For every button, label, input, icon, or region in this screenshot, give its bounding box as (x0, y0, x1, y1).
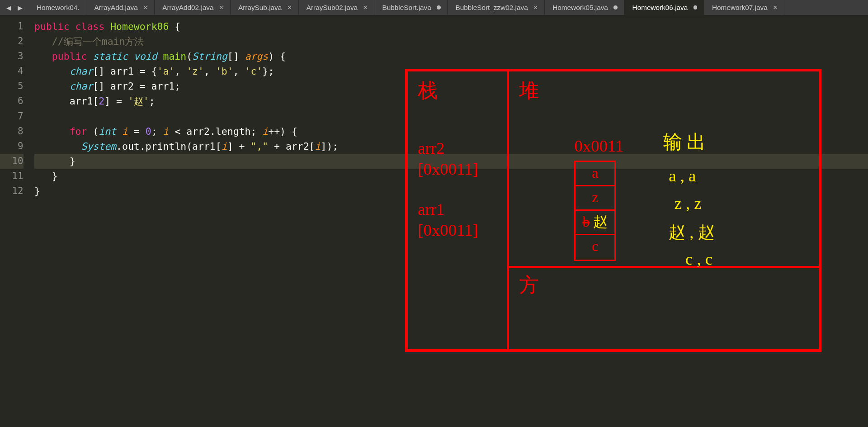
stack-label: 栈 (418, 77, 438, 104)
line-number: 3 (0, 49, 24, 64)
tab-label: BubbleSort.java (382, 4, 431, 12)
tab-label: Homework06.java (632, 4, 688, 12)
line-number: 7 (0, 109, 24, 124)
tab-label: ArraySub02.java (307, 4, 358, 12)
line-number: 8 (0, 124, 24, 139)
tab-homework07-java[interactable]: Homework07.java× (704, 0, 784, 15)
close-icon[interactable]: × (773, 4, 777, 12)
tab-arrayadd-java[interactable]: ArrayAdd.java× (86, 0, 155, 15)
tab-label: Homework04. (37, 4, 80, 12)
nav-back-icon[interactable]: ◀ (6, 3, 11, 12)
dirty-indicator-icon (693, 5, 698, 9)
line-number: 4 (0, 64, 24, 79)
tab-homework05-java[interactable]: Homework05.java (545, 0, 624, 15)
dirty-indicator-icon (437, 5, 441, 9)
tab-label: Homework05.java (552, 4, 608, 12)
close-icon[interactable]: × (288, 4, 292, 12)
close-icon[interactable]: × (143, 4, 147, 12)
line-number: 6 (0, 94, 24, 109)
tab-label: ArrayAdd.java (94, 4, 137, 12)
tab-label: ArraySub.java (238, 4, 282, 12)
close-icon[interactable]: × (533, 4, 538, 12)
tab-arrayadd02-java[interactable]: ArrayAdd02.java× (155, 0, 231, 15)
tab-arraysub02-java[interactable]: ArraySub02.java× (299, 0, 375, 15)
tab-label: ArrayAdd02.java (162, 4, 213, 12)
method-label: 方 (519, 271, 539, 299)
line-number-gutter: 123456789101112 (0, 15, 31, 406)
line-number: 9 (0, 139, 24, 154)
line-number: 11 (0, 169, 24, 184)
tab-bubblesort_zzw02-java[interactable]: BubbleSort_zzw02.java× (448, 0, 545, 15)
line-number: 10 (0, 154, 24, 169)
line-number: 5 (0, 79, 24, 94)
line-number: 1 (0, 19, 24, 34)
tab-homework06-java[interactable]: Homework06.java (624, 0, 704, 15)
tab-arraysub-java[interactable]: ArraySub.java× (231, 0, 299, 15)
editor-area: 123456789101112 public class Homework06 … (0, 15, 868, 406)
nav-forward-icon[interactable]: ▶ (18, 3, 22, 12)
dirty-indicator-icon (613, 5, 618, 9)
line-number: 2 (0, 34, 24, 49)
tab-bubblesort-java[interactable]: BubbleSort.java (374, 0, 448, 15)
tab-label: BubbleSort_zzw02.java (456, 4, 528, 12)
tab-homework04-[interactable]: Homework04. (29, 0, 86, 15)
line-number: 12 (0, 184, 24, 199)
output-title: 输 出 (663, 129, 706, 155)
memory-diagram: 栈 堆 方 arr2 [0x0011] arr1 [0x0011] 0x0011… (405, 69, 821, 352)
heap-array-table: a z b 赵 c (574, 161, 616, 261)
tab-label: Homework07.java (712, 4, 768, 12)
heap-label: 堆 (519, 77, 539, 104)
close-icon[interactable]: × (219, 4, 223, 12)
nav-arrows: ◀ ▶ (0, 0, 29, 15)
close-icon[interactable]: × (363, 4, 367, 12)
tab-bar: ◀ ▶ Homework04.ArrayAdd.java×ArrayAdd02.… (0, 0, 868, 15)
